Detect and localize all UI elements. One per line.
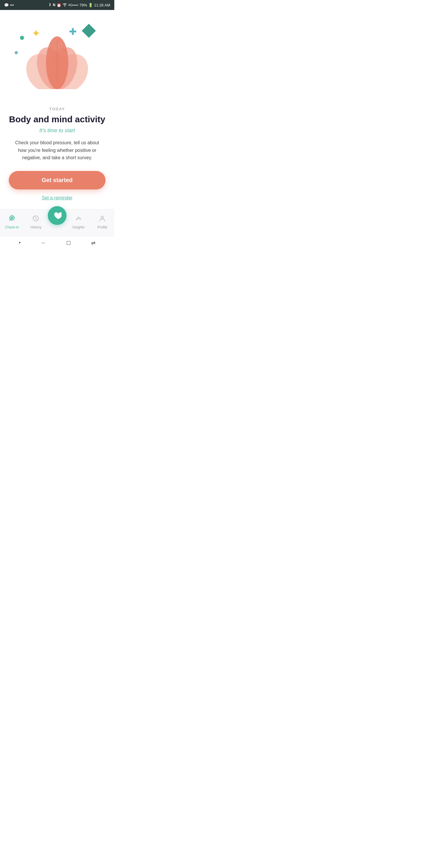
illustration-wrapper: ✦ ✚ [9,22,105,98]
bluetooth-icon [47,2,52,8]
deco-dot-blue [15,51,18,54]
subtitle: It's time to start [39,128,75,134]
status-right: N ⏰ 4G▪▪▪▪▪ 79% 🔋 11:26 AM [47,2,110,8]
nav-item-insights[interactable]: Insights [67,215,91,229]
profile-icon [98,215,106,224]
android-dot-button[interactable]: • [19,240,21,246]
deco-cross-teal: ✚ [69,27,77,36]
bottom-nav: Check-in History [0,209,114,236]
svg-point-8 [11,217,12,218]
status-left: 💬 ••• [4,3,14,7]
section-label: TODAY [49,107,65,111]
profile-label: Profile [97,225,107,229]
nav-item-fab[interactable] [48,206,67,225]
set-reminder-link[interactable]: Set a reminder [42,195,73,200]
dots-icon: ••• [10,3,14,7]
android-recent-button[interactable]: ⇌ [91,240,96,246]
history-label: History [30,225,41,229]
battery-icon: 🔋 [88,3,93,7]
time: 11:26 AM [94,3,110,7]
nav-item-profile[interactable]: Profile [91,215,115,229]
deco-dot-green [20,36,24,40]
checkin-label: Check-in [5,225,19,229]
notification-icon: 💬 [4,3,9,7]
android-home-button[interactable]: ☐ [66,240,71,246]
checkin-icon [8,215,16,224]
svg-point-13 [101,216,103,218]
android-back-button[interactable]: ← [41,240,46,246]
status-bar: 💬 ••• N ⏰ 4G▪▪▪▪▪ 79% 🔋 11:26 AM [0,0,114,10]
insights-icon [75,215,83,224]
main-content: ✦ ✚ TODAY Body and mind activity It's ti… [0,10,114,209]
signal-icon: 4G▪▪▪▪▪ [68,3,78,7]
wifi-icon [62,3,67,7]
nav-item-checkin[interactable]: Check-in [0,215,24,229]
svg-point-12 [80,218,81,219]
lotus-illustration [24,31,91,89]
insights-label: Insights [72,225,85,229]
get-started-button[interactable]: Get started [9,171,105,189]
history-icon [32,215,39,224]
deco-star-yellow: ✦ [32,28,40,39]
description: Check your blood pressure, tell us about… [10,139,104,162]
nfc-icon: N [53,3,55,7]
heart-icon [53,211,62,220]
fab-button[interactable] [48,206,67,225]
main-title: Body and mind activity [9,114,105,125]
nav-item-history[interactable]: History [24,215,48,229]
battery-text: 79% [79,3,87,7]
android-nav-bar: • ← ☐ ⇌ [0,236,114,250]
alarm-icon: ⏰ [57,3,61,7]
